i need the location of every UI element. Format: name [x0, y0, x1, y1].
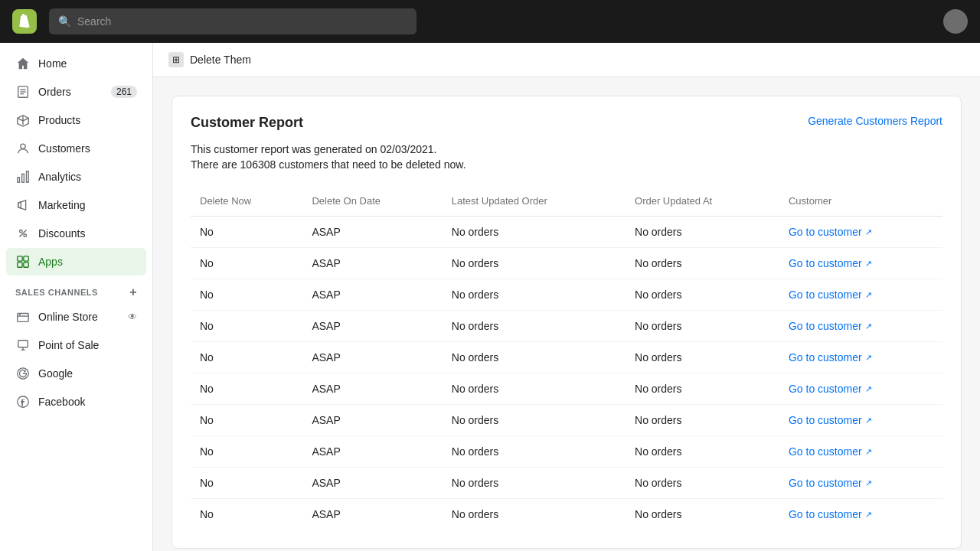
sidebar-item-online-store[interactable]: Online Store 👁: [6, 303, 146, 331]
cell-customer[interactable]: Go to customer ↗: [779, 342, 942, 373]
table-row: No ASAP No orders No orders Go to custom…: [191, 405, 942, 436]
go-to-customer-link[interactable]: Go to customer ↗: [789, 477, 933, 489]
search-icon: 🔍: [58, 15, 71, 28]
sidebar-item-products[interactable]: Products: [6, 106, 146, 134]
external-link-icon: ↗: [865, 290, 872, 300]
sidebar-item-facebook[interactable]: Facebook: [6, 388, 146, 416]
cell-customer[interactable]: Go to customer ↗: [779, 248, 942, 279]
external-link-icon: ↗: [865, 447, 872, 457]
go-to-customer-link[interactable]: Go to customer ↗: [789, 257, 933, 269]
cell-customer[interactable]: Go to customer ↗: [779, 279, 942, 311]
sidebar-item-google[interactable]: Google: [6, 360, 146, 387]
cell-order-updated-at: No orders: [626, 217, 779, 248]
external-link-icon: ↗: [865, 416, 872, 425]
cell-delete-now: No: [191, 248, 302, 279]
go-to-customer-link[interactable]: Go to customer ↗: [789, 226, 933, 238]
customer-table: Delete Now Delete On Date Latest Updated…: [191, 189, 942, 530]
cell-customer[interactable]: Go to customer ↗: [779, 217, 942, 248]
cell-delete-now: No: [191, 342, 302, 373]
orders-icon: [15, 84, 31, 99]
cell-order-updated-at: No orders: [626, 436, 779, 468]
orders-badge: 261: [111, 86, 137, 98]
cell-customer[interactable]: Go to customer ↗: [779, 436, 942, 468]
sidebar-item-orders[interactable]: Orders 261: [6, 78, 146, 106]
cell-delete-now: No: [191, 217, 302, 248]
facebook-icon: [15, 394, 31, 409]
cell-delete-on-date: ASAP: [302, 311, 442, 342]
external-link-icon: ↗: [865, 510, 872, 520]
go-to-customer-link[interactable]: Go to customer ↗: [789, 351, 933, 364]
cell-customer[interactable]: Go to customer ↗: [779, 468, 942, 499]
svg-point-4: [21, 144, 25, 148]
svg-rect-11: [18, 256, 22, 261]
search-bar[interactable]: 🔍: [49, 8, 416, 34]
cell-delete-on-date: ASAP: [302, 373, 442, 405]
cell-customer[interactable]: Go to customer ↗: [779, 405, 942, 436]
cell-latest-updated-order: No orders: [443, 436, 626, 468]
cell-latest-updated-order: No orders: [443, 499, 626, 530]
col-customer: Customer: [779, 189, 942, 217]
topbar-right: [943, 9, 968, 34]
report-count: There are 106308 customers that need to …: [191, 158, 942, 171]
cell-delete-on-date: ASAP: [302, 405, 442, 436]
add-sales-channel-icon[interactable]: +: [129, 285, 137, 299]
cell-delete-now: No: [191, 468, 302, 499]
svg-rect-6: [22, 174, 24, 182]
sidebar-item-home[interactable]: Home: [6, 50, 146, 77]
cell-order-updated-at: No orders: [626, 279, 779, 311]
table-row: No ASAP No orders No orders Go to custom…: [191, 373, 942, 405]
col-latest-updated-order: Latest Updated Order: [443, 189, 626, 217]
cell-delete-now: No: [191, 405, 302, 436]
go-to-customer-link[interactable]: Go to customer ↗: [789, 320, 933, 332]
home-icon: [15, 56, 31, 71]
go-to-customer-link[interactable]: Go to customer ↗: [789, 383, 933, 395]
svg-point-9: [24, 234, 27, 237]
table-row: No ASAP No orders No orders Go to custom…: [191, 468, 942, 499]
go-to-customer-link[interactable]: Go to customer ↗: [789, 508, 933, 520]
go-to-customer-link[interactable]: Go to customer ↗: [789, 414, 933, 426]
point-of-sale-icon: [15, 337, 31, 353]
external-link-icon: ↗: [865, 259, 872, 269]
go-to-customer-link[interactable]: Go to customer ↗: [789, 289, 933, 301]
svg-rect-13: [18, 262, 22, 267]
sidebar-item-discounts[interactable]: Discounts: [6, 220, 146, 247]
cell-latest-updated-order: No orders: [443, 217, 626, 248]
table-row: No ASAP No orders No orders Go to custom…: [191, 499, 942, 530]
apps-icon: [15, 254, 31, 269]
customers-icon: [15, 141, 31, 156]
sidebar-item-marketing[interactable]: Marketing: [6, 191, 146, 219]
cell-latest-updated-order: No orders: [443, 468, 626, 499]
cell-order-updated-at: No orders: [626, 468, 779, 499]
cell-customer[interactable]: Go to customer ↗: [779, 311, 942, 342]
search-input[interactable]: [77, 15, 407, 28]
external-link-icon: ↗: [865, 227, 872, 237]
cell-latest-updated-order: No orders: [443, 373, 626, 405]
online-store-eye-icon[interactable]: 👁: [128, 311, 137, 322]
cell-order-updated-at: No orders: [626, 405, 779, 436]
main-content: ⊞ Delete Them Customer Report Generate C…: [153, 43, 980, 551]
sidebar-item-analytics[interactable]: Analytics: [6, 163, 146, 191]
cell-delete-now: No: [191, 436, 302, 468]
svg-rect-14: [24, 262, 28, 267]
cell-delete-on-date: ASAP: [302, 342, 442, 373]
svg-rect-12: [24, 256, 28, 261]
cell-delete-now: No: [191, 279, 302, 311]
external-link-icon: ↗: [865, 478, 872, 488]
col-delete-now: Delete Now: [191, 189, 302, 217]
sidebar-item-customers[interactable]: Customers: [6, 135, 146, 162]
cell-latest-updated-order: No orders: [443, 342, 626, 373]
cell-customer[interactable]: Go to customer ↗: [779, 373, 942, 405]
cell-latest-updated-order: No orders: [443, 279, 626, 311]
generate-customers-report-link[interactable]: Generate Customers Report: [808, 115, 942, 127]
cell-customer[interactable]: Go to customer ↗: [779, 499, 942, 530]
user-avatar[interactable]: [943, 9, 968, 34]
svg-rect-7: [27, 171, 29, 182]
table-row: No ASAP No orders No orders Go to custom…: [191, 248, 942, 279]
sidebar-item-point-of-sale[interactable]: Point of Sale: [6, 331, 146, 359]
col-delete-on-date: Delete On Date: [302, 189, 442, 217]
cell-delete-now: No: [191, 373, 302, 405]
cell-order-updated-at: No orders: [626, 499, 779, 530]
breadcrumb: ⊞ Delete Them: [153, 43, 980, 77]
go-to-customer-link[interactable]: Go to customer ↗: [789, 445, 933, 458]
sidebar-item-apps[interactable]: Apps: [6, 248, 146, 276]
